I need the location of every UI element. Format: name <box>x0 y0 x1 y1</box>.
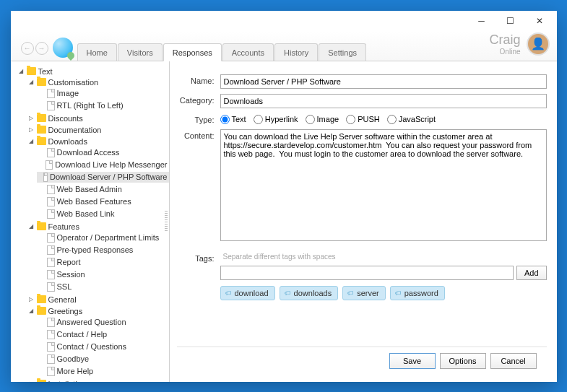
file-icon <box>47 233 55 243</box>
save-button[interactable]: Save <box>389 353 436 369</box>
file-icon <box>47 282 55 292</box>
folder-icon <box>37 295 46 303</box>
splitter-grip-icon[interactable] <box>165 211 168 232</box>
content-textarea[interactable]: You can download the Live Help Server so… <box>220 129 547 241</box>
tree-item[interactable]: Pre-typed Responses <box>37 245 169 256</box>
name-input[interactable] <box>220 74 547 89</box>
tree-item[interactable]: Web Based Link <box>37 209 169 219</box>
close-button[interactable]: ✕ <box>525 12 554 30</box>
cancel-button[interactable]: Cancel <box>490 353 537 369</box>
editor-footer: Save Options Cancel <box>177 347 547 375</box>
tab-home[interactable]: Home <box>77 43 117 61</box>
collapse-icon[interactable]: ◢ <box>28 138 35 144</box>
folder-icon <box>37 222 46 230</box>
content-label: Content: <box>177 129 220 140</box>
collapse-icon[interactable]: ◢ <box>18 68 25 74</box>
tab-responses[interactable]: Responses <box>163 43 222 61</box>
expand-icon[interactable]: ▷ <box>28 115 35 121</box>
add-tag-button[interactable]: Add <box>516 266 547 280</box>
tree-item[interactable]: Operator / Department Limits <box>37 232 169 243</box>
collapse-icon[interactable]: ◢ <box>28 308 35 314</box>
maximize-button[interactable]: ☐ <box>496 12 525 30</box>
file-icon <box>47 89 55 98</box>
responses-tree[interactable]: ◢Text ◢Customisation Image RTL (Right To… <box>11 61 170 382</box>
options-button[interactable]: Options <box>440 353 486 369</box>
tree-item[interactable]: Contact / Help <box>37 329 169 340</box>
folder-icon <box>37 137 46 145</box>
folder-icon <box>37 114 46 122</box>
tag-chip[interactable]: 🏷download <box>220 286 275 300</box>
tree-item[interactable]: SSL <box>37 282 169 292</box>
response-editor: Name: Category: Type: Text Hyperlink Ima… <box>170 61 557 382</box>
file-icon <box>46 160 53 170</box>
tree-item[interactable]: Web Based Features <box>37 196 169 207</box>
tree-folder-installation[interactable]: ▷Installation <box>27 379 169 382</box>
folder-icon <box>37 78 46 86</box>
app-window: ─ ☐ ✕ ← → Home Visitors Responses Accoun… <box>11 11 557 382</box>
type-radios: Text Hyperlink Image PUSH JavaScript <box>220 113 547 124</box>
tree-item[interactable]: Answered Question <box>37 317 169 328</box>
file-icon <box>47 245 55 255</box>
file-icon <box>47 197 55 206</box>
tree-item[interactable]: Web Based Admin <box>37 184 169 195</box>
collapse-icon[interactable]: ◢ <box>28 223 35 230</box>
expand-icon[interactable]: ▷ <box>28 126 35 133</box>
tab-visitors[interactable]: Visitors <box>118 43 163 61</box>
tree-folder-discounts[interactable]: ▷Discounts <box>27 113 169 123</box>
tag-icon: 🏷 <box>395 289 402 297</box>
tag-icon: 🏷 <box>225 289 232 297</box>
tag-icon: 🏷 <box>347 289 354 297</box>
tags-input[interactable] <box>220 266 514 280</box>
tree-item-selected[interactable]: Download Server / PHP Software <box>37 172 169 183</box>
tree-folder-documentation[interactable]: ▷Documentation <box>27 125 169 135</box>
type-radio-text[interactable]: Text <box>220 115 246 124</box>
tree-item[interactable]: Goodbye <box>37 354 169 365</box>
tree-folder-general[interactable]: ▷General <box>27 295 169 305</box>
file-icon <box>47 330 55 339</box>
minimize-button[interactable]: ─ <box>467 12 496 30</box>
tree-item[interactable]: Contact / Questions <box>37 341 169 352</box>
file-icon <box>47 185 55 194</box>
user-status: Online <box>489 48 520 56</box>
tree-item[interactable]: Report <box>37 257 169 268</box>
tab-settings[interactable]: Settings <box>319 43 366 61</box>
type-radio-image[interactable]: Image <box>306 115 339 124</box>
file-icon <box>47 342 55 352</box>
tree-item[interactable]: Download Live Help Messenger <box>37 160 169 170</box>
tree-item[interactable]: RTL (Right To Left) <box>37 100 169 111</box>
tree-item[interactable]: More Help <box>37 366 169 377</box>
expand-icon[interactable]: ▷ <box>28 296 35 302</box>
tree-folder-greetings[interactable]: ◢Greetings <box>27 306 169 316</box>
tree-folder-customisation[interactable]: ◢Customisation <box>27 77 169 87</box>
file-icon <box>47 148 55 157</box>
forward-button[interactable]: → <box>35 42 48 55</box>
tree-folder-features[interactable]: ◢Features <box>27 222 169 232</box>
tag-chip[interactable]: 🏷password <box>390 286 445 300</box>
tag-chip[interactable]: 🏷server <box>342 286 386 300</box>
collapse-icon[interactable]: ◢ <box>28 79 35 85</box>
expand-icon[interactable]: ▷ <box>28 380 35 382</box>
tab-history[interactable]: History <box>274 43 318 61</box>
tag-chips: 🏷download 🏷downloads 🏷server 🏷password <box>220 286 547 300</box>
tag-chip[interactable]: 🏷downloads <box>280 286 339 300</box>
avatar[interactable]: 👤 <box>527 32 550 56</box>
type-radio-javascript[interactable]: JavaScript <box>387 115 436 124</box>
file-icon <box>47 270 55 279</box>
category-input[interactable] <box>220 94 547 108</box>
type-label: Type: <box>177 113 220 124</box>
tree-folder-text[interactable]: ◢Text <box>17 66 169 77</box>
tree-item[interactable]: Image <box>37 88 169 99</box>
folder-icon <box>37 126 46 134</box>
file-icon <box>47 354 55 364</box>
tree-item[interactable]: Download Access <box>37 147 169 158</box>
tree-folder-downloads[interactable]: ◢Downloads <box>27 136 169 147</box>
main-tabs: Home Visitors Responses Accounts History… <box>77 43 368 61</box>
folder-icon <box>37 380 46 382</box>
tab-accounts[interactable]: Accounts <box>222 43 274 61</box>
tree-item[interactable]: Session <box>37 269 169 280</box>
header: ← → Home Visitors Responses Accounts His… <box>11 31 557 61</box>
name-label: Name: <box>177 74 220 85</box>
type-radio-push[interactable]: PUSH <box>346 115 380 124</box>
back-button[interactable]: ← <box>21 42 34 55</box>
type-radio-hyperlink[interactable]: Hyperlink <box>254 115 298 124</box>
